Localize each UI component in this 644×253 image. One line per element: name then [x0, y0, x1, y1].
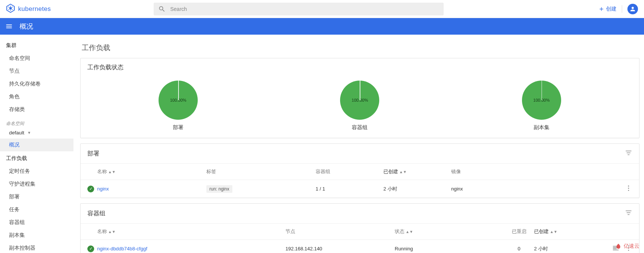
top-bar: kubernetes 创建 — [0, 0, 644, 18]
col-state[interactable]: 状态▲▼ — [395, 228, 504, 235]
sidebar-item-roles[interactable]: 角色 — [0, 90, 73, 103]
donut-replicasets: 100.00% 副本集 — [522, 81, 561, 131]
col-node[interactable]: 节点 — [285, 228, 395, 235]
status-ok-icon: ✓ — [87, 186, 94, 192]
donut-percent: 100.00% — [352, 98, 368, 102]
deployment-link[interactable]: nginx — [97, 186, 109, 192]
pod-state: Running — [395, 246, 504, 251]
created-age: 2 小时 — [383, 186, 451, 192]
pod-link[interactable]: nginx-dbddb74b8-cfggf — [97, 246, 147, 251]
watermark: 亿速云 — [615, 242, 639, 250]
brand[interactable]: kubernetes — [6, 4, 51, 14]
donut-caption: 副本集 — [534, 124, 549, 131]
page-title: 工作负载 — [82, 43, 639, 53]
subheader: 概况 — [0, 18, 644, 35]
search-box[interactable] — [154, 3, 444, 15]
col-created[interactable]: 已创建▲▼ — [383, 168, 451, 175]
brand-text: kubernetes — [18, 5, 51, 13]
donut-percent: 100.00% — [533, 98, 549, 102]
sidebar-item-replicationcontrollers[interactable]: 副本控制器 — [0, 242, 73, 253]
sidebar-item-cronjobs[interactable]: 定时任务 — [0, 165, 73, 178]
svg-point-10 — [628, 190, 629, 191]
person-icon — [629, 6, 636, 12]
sidebar-ns-value: default — [9, 130, 24, 136]
user-menu[interactable] — [627, 4, 638, 14]
sidebar: 集群 命名空间 节点 持久化存储卷 角色 存储类 命名空间 default ▼ … — [0, 35, 73, 253]
donut-deployments: 100.00% 部署 — [159, 81, 198, 131]
sidebar-item-namespaces[interactable]: 命名空间 — [0, 52, 73, 65]
pod-node: 192.168.142.140 — [285, 246, 395, 251]
sidebar-item-nodes[interactable]: 节点 — [0, 65, 73, 78]
status-ok-icon: ✓ — [87, 245, 94, 252]
pods-title: 容器组 — [87, 210, 105, 218]
col-created[interactable]: 已创建▲▼ — [534, 228, 613, 235]
filter-icon[interactable] — [625, 149, 632, 158]
deployments-head: 名称▲▼ 标签 容器组 已创建▲▼ 镜像 — [81, 163, 639, 180]
col-name[interactable]: 名称▲▼ — [97, 168, 206, 175]
sidebar-item-overview[interactable]: 概况 — [0, 139, 73, 151]
deployment-row: ✓ nginx run: nginx 1 / 1 2 小时 nginx — [81, 180, 639, 198]
deployments-title: 部署 — [87, 150, 99, 158]
search-input[interactable] — [170, 6, 439, 12]
sidebar-ns-label: 命名空间 — [0, 116, 73, 128]
pods-card: 容器组 名称▲▼ 节点 状态▲▼ 已重启 已创建▲▼ ✓ nginx-dbddb… — [80, 203, 639, 253]
workload-status-card: 工作负载状态 100.00% 部署 100.00% 容器组 100.00% 副本… — [80, 58, 639, 138]
pod-created: 2 小时 — [534, 245, 613, 252]
col-restart[interactable]: 已重启 — [504, 228, 534, 235]
sidebar-item-pv[interactable]: 持久化存储卷 — [0, 78, 73, 90]
sidebar-section-cluster: 集群 — [0, 38, 73, 52]
main-content: 工作负载 工作负载状态 100.00% 部署 100.00% 容器组 1 — [73, 35, 644, 253]
page-heading: 概况 — [20, 22, 33, 31]
divider — [622, 5, 622, 13]
donut-pods: 100.00% 容器组 — [340, 81, 379, 131]
pods-head: 名称▲▼ 节点 状态▲▼ 已重启 已创建▲▼ — [81, 223, 639, 239]
chevron-down-icon: ▼ — [27, 131, 31, 135]
pod-restart: 0 — [504, 246, 534, 251]
create-button[interactable]: 创建 — [598, 6, 617, 12]
sidebar-section-workloads: 工作负载 — [0, 151, 73, 165]
image-name: nginx — [451, 186, 613, 192]
sidebar-item-deployments[interactable]: 部署 — [0, 191, 73, 203]
col-name[interactable]: 名称▲▼ — [97, 228, 285, 235]
svg-point-8 — [628, 186, 629, 187]
col-image[interactable]: 镜像 — [451, 168, 613, 175]
sidebar-item-replicasets[interactable]: 副本集 — [0, 229, 73, 242]
col-label[interactable]: 标签 — [206, 168, 316, 175]
pods-count: 1 / 1 — [316, 186, 383, 192]
status-card-title: 工作负载状态 — [87, 64, 124, 72]
col-pods[interactable]: 容器组 — [316, 168, 383, 175]
filter-icon[interactable] — [625, 209, 632, 218]
pod-row: ✓ nginx-dbddb74b8-cfggf 192.168.142.140 … — [81, 239, 639, 253]
label-chip: run: nginx — [206, 185, 232, 193]
kubernetes-logo-icon — [6, 4, 15, 14]
sidebar-item-jobs[interactable]: 任务 — [0, 203, 73, 216]
sidebar-ns-select[interactable]: default ▼ — [0, 128, 73, 139]
donut-caption: 部署 — [173, 124, 183, 131]
search-icon — [158, 5, 166, 13]
top-right: 创建 — [598, 4, 638, 14]
create-label: 创建 — [606, 6, 617, 12]
menu-icon[interactable] — [5, 23, 13, 30]
more-icon[interactable] — [625, 184, 632, 193]
plus-icon — [598, 6, 604, 12]
sidebar-item-daemonsets[interactable]: 守护进程集 — [0, 178, 73, 191]
sidebar-item-storageclass[interactable]: 存储类 — [0, 103, 73, 116]
deployments-card: 部署 名称▲▼ 标签 容器组 已创建▲▼ 镜像 ✓ nginx run: ngi… — [80, 143, 639, 198]
donut-percent: 100.00% — [170, 98, 186, 102]
sidebar-item-pods[interactable]: 容器组 — [0, 216, 73, 229]
svg-point-9 — [628, 188, 629, 189]
donut-caption: 容器组 — [352, 124, 368, 131]
